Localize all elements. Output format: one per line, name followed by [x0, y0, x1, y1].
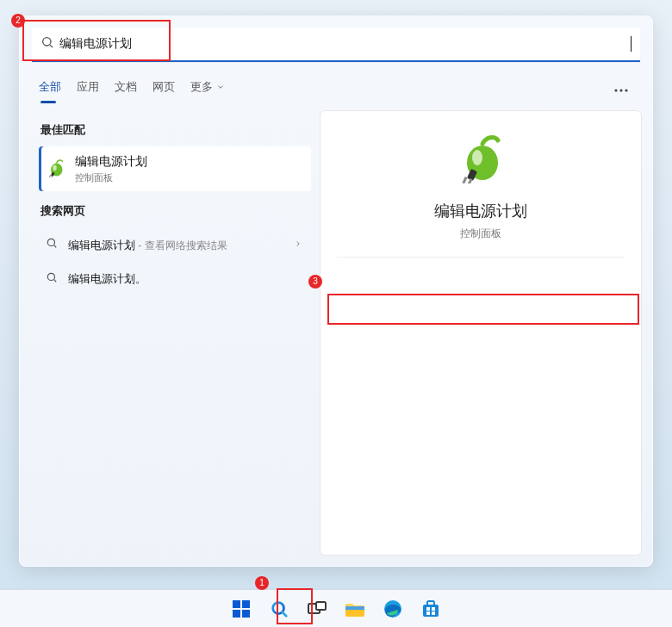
svg-rect-28: [345, 606, 364, 610]
search-input[interactable]: 编辑电源计划: [59, 36, 632, 52]
svg-rect-26: [316, 602, 326, 610]
best-match-label: 最佳匹配: [40, 122, 311, 138]
task-view-icon: [308, 601, 327, 617]
microsoft-store-button[interactable]: [415, 593, 446, 624]
store-icon: [421, 599, 440, 618]
results-body: 最佳匹配 编辑电源计划 控制面板 搜索网页: [20, 102, 652, 566]
svg-point-2: [614, 89, 617, 91]
windows-icon: [232, 599, 251, 618]
svg-rect-21: [233, 610, 240, 618]
preview-title: 编辑电源计划: [434, 201, 527, 221]
svg-point-10: [47, 239, 54, 245]
svg-line-11: [54, 245, 57, 248]
svg-point-6: [53, 165, 57, 171]
web-search-label: 搜索网页: [40, 203, 311, 219]
best-match-result[interactable]: 编辑电源计划 控制面板: [39, 146, 311, 191]
search-icon: [46, 237, 58, 252]
edge-browser-button[interactable]: [377, 593, 408, 624]
svg-rect-17: [462, 177, 467, 183]
search-box[interactable]: 编辑电源计划: [32, 28, 640, 62]
preview-sub: 控制面板: [460, 227, 501, 241]
chevron-down-icon: [216, 81, 225, 94]
svg-point-4: [625, 89, 627, 91]
edge-icon: [383, 599, 402, 618]
svg-point-15: [472, 150, 482, 165]
power-plan-icon: [46, 157, 66, 181]
svg-rect-18: [467, 178, 472, 183]
svg-line-1: [50, 45, 53, 47]
dots-icon: [614, 89, 628, 92]
svg-point-3: [619, 89, 622, 91]
svg-point-12: [47, 273, 54, 280]
preview-panel: 编辑电源计划 控制面板: [320, 110, 642, 556]
svg-rect-20: [242, 600, 250, 608]
web-result-1-text: 编辑电源计划 - 查看网络搜索结果: [68, 237, 227, 253]
best-match-title: 编辑电源计划: [75, 154, 147, 170]
svg-point-0: [43, 38, 51, 46]
svg-rect-22: [242, 610, 250, 618]
more-options-button[interactable]: [609, 80, 633, 101]
power-plan-icon: [453, 128, 508, 187]
taskbar: [0, 589, 672, 627]
tab-more[interactable]: 更多: [190, 79, 225, 102]
web-result-2-title: 编辑电源计划。: [68, 271, 146, 287]
svg-rect-19: [233, 600, 240, 608]
chevron-right-icon: [294, 239, 302, 251]
svg-rect-34: [426, 611, 430, 615]
svg-rect-9: [51, 176, 53, 177]
svg-line-24: [283, 611, 287, 616]
svg-rect-30: [423, 605, 439, 617]
filter-tabs: 全部 应用 文档 网页 更多: [20, 65, 652, 102]
tab-web[interactable]: 网页: [152, 79, 175, 102]
search-icon: [46, 271, 58, 287]
results-left-column: 最佳匹配 编辑电源计划 控制面板 搜索网页: [20, 102, 320, 566]
task-view-button[interactable]: [302, 593, 333, 624]
search-row: 编辑电源计划: [20, 16, 652, 65]
tab-more-label: 更多: [190, 79, 213, 95]
svg-rect-8: [49, 175, 51, 177]
web-result-1[interactable]: 编辑电源计划 - 查看网络搜索结果: [39, 227, 311, 262]
tab-documents[interactable]: 文档: [115, 79, 137, 102]
tab-apps[interactable]: 应用: [77, 79, 99, 102]
preview-divider: [337, 257, 625, 258]
search-icon: [40, 35, 54, 53]
taskbar-search-button[interactable]: [264, 593, 295, 624]
start-button[interactable]: [226, 593, 257, 624]
best-match-text: 编辑电源计划 控制面板: [75, 154, 147, 184]
file-explorer-button[interactable]: [339, 593, 370, 624]
svg-rect-35: [432, 611, 435, 615]
annotation-badge-1: 1: [255, 576, 269, 590]
web-result-2[interactable]: 编辑电源计划。: [39, 262, 311, 296]
svg-rect-31: [427, 601, 434, 605]
tab-all[interactable]: 全部: [39, 79, 61, 102]
web-result-1-hint: - 查看网络搜索结果: [135, 239, 227, 251]
search-results-panel: 编辑电源计划 全部 应用 文档 网页 更多 最佳匹配: [19, 16, 653, 567]
text-caret: [631, 36, 632, 52]
best-match-sub: 控制面板: [75, 171, 147, 184]
svg-rect-32: [426, 607, 430, 611]
search-icon: [270, 599, 289, 618]
folder-icon: [345, 600, 365, 618]
svg-line-13: [54, 280, 57, 282]
svg-rect-33: [432, 607, 435, 611]
web-result-1-title: 编辑电源计划: [68, 239, 135, 251]
